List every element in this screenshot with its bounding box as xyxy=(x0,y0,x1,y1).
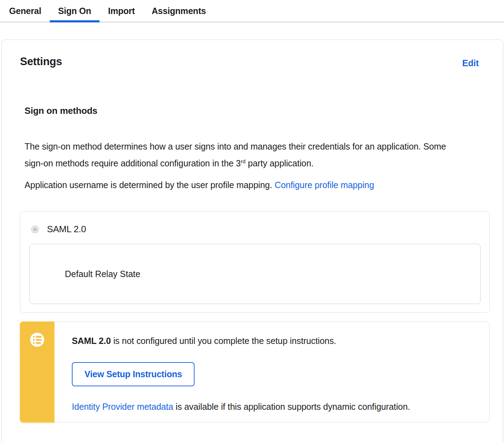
app-tab-bar: General Sign On Import Assignments xyxy=(0,0,504,22)
callout-warning-stripe xyxy=(20,322,54,422)
description-text: The sign-on method determines how a user… xyxy=(25,141,446,168)
ordinal-superscript: rd xyxy=(241,158,246,164)
default-relay-state-label: Default Relay State xyxy=(65,269,140,279)
settings-card: Settings Edit Sign on methods The sign-o… xyxy=(1,40,503,442)
sign-on-method-description: The sign-on method determines how a user… xyxy=(25,138,451,172)
callout-message-rest: is not configured until you complete the… xyxy=(111,336,336,346)
identity-provider-metadata-link[interactable]: Identity Provider metadata xyxy=(72,402,173,412)
description-text-end: party application. xyxy=(246,158,314,168)
username-note-text: Application username is determined by th… xyxy=(25,180,274,190)
callout-content: SAML 2.0 is not configured until you com… xyxy=(54,322,410,422)
tab-sign-on[interactable]: Sign On xyxy=(50,0,100,22)
radio-dot-icon xyxy=(33,227,37,232)
tab-general[interactable]: General xyxy=(1,0,50,22)
username-mapping-note: Application username is determined by th… xyxy=(25,177,488,193)
tab-assignments[interactable]: Assignments xyxy=(143,0,214,22)
configure-profile-mapping-link[interactable]: Configure profile mapping xyxy=(274,180,374,190)
edit-link[interactable]: Edit xyxy=(462,58,479,68)
callout-message: SAML 2.0 is not configured until you com… xyxy=(72,334,410,347)
metadata-line-rest: is available if this application support… xyxy=(173,402,410,412)
setup-list-icon xyxy=(30,333,44,347)
sign-on-methods-heading: Sign on methods xyxy=(25,105,488,116)
saml-radio-label: SAML 2.0 xyxy=(47,224,86,235)
settings-title: Settings xyxy=(20,55,62,68)
saml-radio-button[interactable] xyxy=(31,226,39,233)
saml-method-box: SAML 2.0 Default Relay State xyxy=(20,211,490,313)
view-setup-instructions-button[interactable]: View Setup Instructions xyxy=(72,362,195,386)
tab-import[interactable]: Import xyxy=(100,0,143,22)
sign-on-methods-section: Sign on methods The sign-on method deter… xyxy=(25,105,488,193)
saml-setup-callout: SAML 2.0 is not configured until you com… xyxy=(20,322,490,422)
callout-message-bold: SAML 2.0 xyxy=(72,336,111,346)
default-relay-state-fieldset: Default Relay State xyxy=(29,244,481,304)
saml-radio-row: SAML 2.0 xyxy=(31,224,489,235)
metadata-line: Identity Provider metadata is available … xyxy=(72,400,410,413)
settings-card-header: Settings Edit xyxy=(20,55,488,68)
